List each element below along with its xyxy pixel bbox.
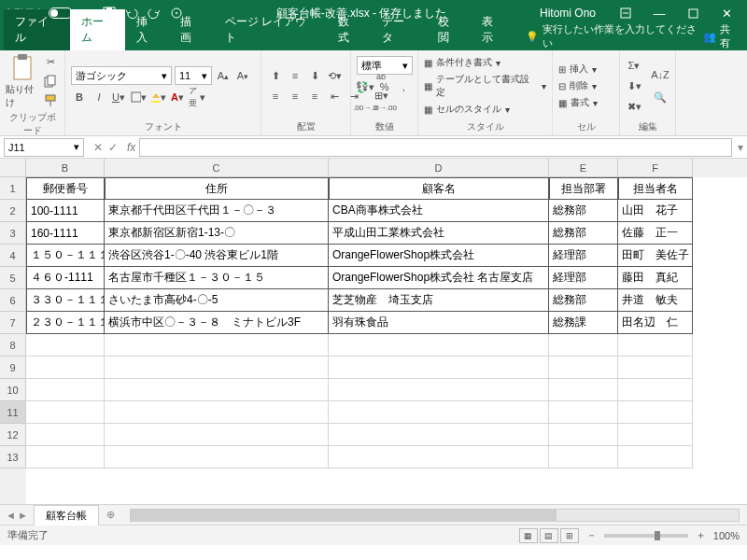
format-as-table-button[interactable]: ▦テーブルとして書式設定▾	[424, 73, 546, 99]
sort-filter-icon[interactable]: A↓Z	[650, 66, 670, 83]
cell[interactable]: 井道 敏夫	[618, 289, 693, 312]
align-top-icon[interactable]: ⬆	[267, 67, 284, 84]
cell[interactable]: 郵便番号	[26, 177, 105, 200]
cell[interactable]	[329, 379, 549, 401]
phonetic-icon[interactable]: ア亜▾	[189, 89, 205, 105]
cell[interactable]	[618, 357, 693, 379]
cell[interactable]: 経理部	[549, 245, 618, 267]
cell[interactable]: 住所	[105, 177, 329, 200]
cell[interactable]: 山田 花子	[618, 200, 693, 222]
cell[interactable]	[329, 424, 549, 446]
cell[interactable]	[618, 379, 693, 401]
enter-formula-icon[interactable]: ✓	[108, 141, 118, 154]
formula-bar[interactable]	[139, 138, 732, 157]
cell[interactable]	[618, 446, 693, 469]
copy-icon[interactable]	[42, 73, 59, 90]
cell[interactable]: 担当部署	[549, 177, 618, 200]
tab-formulas[interactable]: 数式	[327, 9, 371, 50]
bold-button[interactable]: B	[71, 89, 88, 105]
new-sheet-button[interactable]: ⊕	[99, 509, 122, 521]
cell[interactable]: １５０－１１１１	[26, 245, 105, 267]
align-right-icon[interactable]: ≡	[306, 88, 323, 105]
tab-insert[interactable]: 挿入	[125, 9, 169, 50]
row-header[interactable]: 5	[0, 267, 26, 289]
row-header[interactable]: 6	[0, 289, 26, 312]
indent-dec-icon[interactable]: ⇤	[326, 88, 343, 105]
row-header[interactable]: 8	[0, 334, 26, 357]
cell[interactable]	[549, 401, 618, 424]
orientation-icon[interactable]: ⟲▾	[326, 67, 343, 84]
cell[interactable]: ２３０－１１１１	[26, 312, 105, 334]
cell-styles-button[interactable]: ▦セルのスタイル▾	[424, 103, 546, 116]
align-bottom-icon[interactable]: ⬇	[306, 67, 323, 84]
cell[interactable]: ４６０-1111	[26, 267, 105, 289]
cell[interactable]	[329, 357, 549, 379]
cell[interactable]: 平成山田工業株式会社	[329, 222, 549, 245]
decrease-font-icon[interactable]: A▾	[234, 67, 251, 84]
sheet-nav-next-icon[interactable]: ►	[18, 510, 28, 521]
cell[interactable]	[26, 401, 105, 424]
cell[interactable]: 名古屋市千種区１－３０－１５	[105, 267, 329, 289]
align-middle-icon[interactable]: ≡	[287, 67, 303, 84]
cell[interactable]: 田町 美佐子	[618, 245, 693, 267]
font-color-button[interactable]: A▾	[169, 89, 186, 105]
cell[interactable]	[105, 401, 329, 424]
cell[interactable]: 東京都千代田区千代田１－〇－３	[105, 200, 329, 222]
zoom-in-button[interactable]: ＋	[696, 528, 706, 542]
row-header[interactable]: 1	[0, 177, 26, 200]
cell[interactable]: 芝芝物産 埼玉支店	[329, 289, 549, 312]
cell[interactable]: 佐藤 正一	[618, 222, 693, 245]
cell[interactable]: 経理部	[549, 267, 618, 289]
cell[interactable]	[26, 357, 105, 379]
font-size-select[interactable]: 11▾	[175, 66, 212, 85]
underline-button[interactable]: U▾	[110, 89, 127, 105]
cell[interactable]	[549, 446, 618, 469]
cell[interactable]	[105, 446, 329, 469]
row-header[interactable]: 10	[0, 379, 26, 401]
cell[interactable]: 東京都新宿区新宿1-13-〇	[105, 222, 329, 245]
col-header[interactable]: B	[26, 159, 105, 177]
sheet-tab[interactable]: 顧客台帳	[34, 505, 99, 525]
cell[interactable]	[549, 357, 618, 379]
horizontal-scrollbar[interactable]	[130, 509, 740, 522]
cell[interactable]: 160-1111	[26, 222, 105, 245]
tab-layout[interactable]: ページ レイアウト	[214, 9, 327, 50]
cell[interactable]: 総務部	[549, 289, 618, 312]
cell[interactable]: OrangeFlowerShop株式会社 名古屋支店	[329, 267, 549, 289]
cell[interactable]: 藤田 真紀	[618, 267, 693, 289]
percent-icon[interactable]: %	[376, 78, 393, 95]
share-button[interactable]: 👥 共有	[703, 22, 740, 50]
number-format-select[interactable]: 標準▾	[357, 56, 413, 75]
cell[interactable]: さいたま市高砂4-〇-5	[105, 289, 329, 312]
row-header[interactable]: 12	[0, 424, 26, 446]
row-header[interactable]: 4	[0, 245, 26, 267]
row-header[interactable]: 11	[0, 401, 26, 424]
fx-icon[interactable]: fx	[127, 141, 135, 154]
insert-cells-button[interactable]: ⊞挿入▾	[558, 63, 598, 76]
tell-me-search[interactable]: 💡 実行したい作業を入力してください	[526, 22, 702, 50]
cell[interactable]: CBA商事株式会社	[329, 200, 549, 222]
tab-data[interactable]: データ	[371, 9, 426, 50]
name-box[interactable]: J11▾	[4, 138, 84, 157]
cell[interactable]: 総務部	[549, 222, 618, 245]
cell[interactable]	[26, 446, 105, 469]
comma-icon[interactable]: ,	[396, 78, 413, 95]
cell[interactable]	[329, 446, 549, 469]
cell[interactable]	[329, 334, 549, 357]
tab-review[interactable]: 校閲	[427, 9, 471, 50]
font-name-select[interactable]: 游ゴシック▾	[71, 66, 172, 85]
user-name[interactable]: Hitomi Ono	[540, 7, 596, 20]
cell[interactable]	[26, 379, 105, 401]
col-header[interactable]: C	[105, 159, 329, 177]
dec-decimal-icon[interactable]: .0→.00	[376, 99, 393, 116]
cell[interactable]: 顧客名	[329, 177, 549, 200]
align-center-icon[interactable]: ≡	[287, 88, 303, 105]
zoom-level[interactable]: 100%	[713, 530, 740, 541]
page-break-view-icon[interactable]: ⊞	[560, 528, 579, 543]
cell[interactable]	[105, 357, 329, 379]
cancel-formula-icon[interactable]: ✕	[93, 141, 103, 154]
cell[interactable]: 総務課	[549, 312, 618, 334]
cell[interactable]	[549, 379, 618, 401]
clear-icon[interactable]: ✖▾	[626, 98, 642, 115]
italic-button[interactable]: I	[91, 89, 107, 105]
